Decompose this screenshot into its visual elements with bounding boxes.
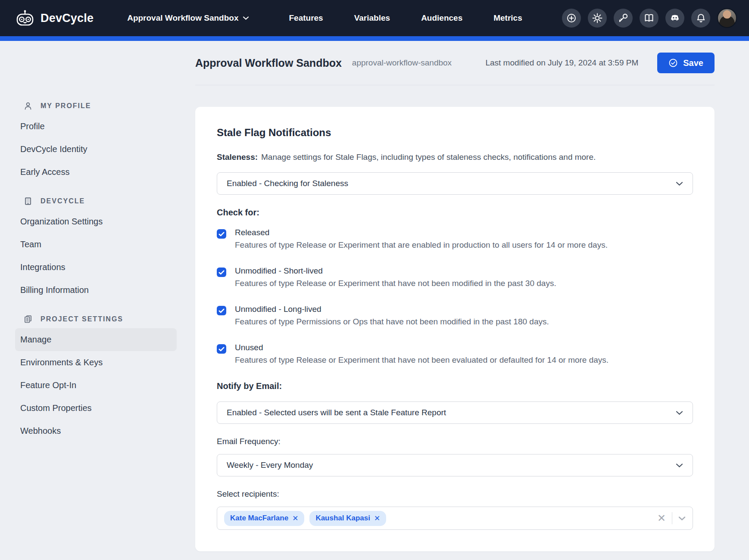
chevron-down-icon — [676, 411, 683, 415]
check-desc: Features of type Release or Experiment t… — [235, 240, 608, 250]
brand-name: DevCycle — [41, 12, 94, 25]
page-title: Approval Workflow Sandbox — [195, 57, 342, 69]
sidebar-section-label: MY PROFILE — [41, 102, 91, 110]
nav-link-variables[interactable]: Variables — [354, 13, 390, 23]
check-label: Unmodified - Short-lived — [235, 266, 556, 276]
sidebar-item-devcycle-identity[interactable]: DevCycle Identity — [15, 138, 177, 161]
sidebar-item-manage[interactable]: Manage — [15, 328, 177, 351]
recipient-tags: Kate MacFarlane ✕ Kaushal Kapasi ✕ — [224, 511, 657, 526]
bell-icon[interactable] — [691, 9, 710, 28]
card-title: Stale Flag Notifications — [217, 127, 693, 139]
save-button-label: Save — [683, 58, 703, 68]
staleness-label: Staleness: — [217, 152, 258, 162]
staleness-select-value: Enabled - Checking for Staleness — [227, 179, 348, 188]
staleness-desc-text: Manage settings for Stale Flags, includi… — [261, 152, 596, 162]
primary-nav: Features Variables Audiences Metrics — [289, 13, 522, 23]
sidebar-section-label: PROJECT SETTINGS — [41, 315, 123, 323]
checkbox-released[interactable] — [217, 229, 226, 239]
save-button[interactable]: Save — [657, 53, 715, 73]
checkbox-unused[interactable] — [217, 344, 226, 354]
check-option-unmodified-short: Unmodified - Short-lived Features of typ… — [217, 266, 693, 288]
project-switcher[interactable]: Approval Workflow Sandbox — [127, 13, 249, 23]
nav-utility-icons — [562, 8, 737, 28]
sidebar-item-environments-keys[interactable]: Environments & Keys — [15, 351, 177, 374]
check-for-heading: Check for: — [217, 208, 693, 218]
sidebar-item-early-access[interactable]: Early Access — [15, 161, 177, 184]
check-desc: Features of type Permissions or Ops that… — [235, 317, 549, 327]
remove-recipient-icon[interactable]: ✕ — [292, 514, 298, 523]
checkbox-unmodified-long[interactable] — [217, 306, 226, 315]
chevron-down-icon — [243, 16, 249, 20]
accent-strip — [0, 36, 749, 41]
check-circle-icon — [668, 58, 678, 68]
check-label: Unused — [235, 343, 609, 352]
sidebar-item-billing-information[interactable]: Billing Information — [15, 279, 177, 302]
sidebar-item-webhooks[interactable]: Webhooks — [15, 420, 177, 442]
email-frequency-label: Email Frequency: — [217, 437, 693, 446]
nav-link-features[interactable]: Features — [289, 13, 323, 23]
gear-icon[interactable] — [588, 9, 607, 28]
check-desc: Features of type Release or Experiment t… — [235, 279, 556, 288]
email-frequency-select[interactable]: Weekly - Every Monday — [217, 454, 693, 476]
sidebar-section-project-settings: PROJECT SETTINGS Manage Environments & K… — [15, 314, 177, 442]
sidebar-section-my-profile: MY PROFILE Profile DevCycle Identity Ear… — [15, 101, 177, 184]
sidebar-section-devcycle: DEVCYCLE Organization Settings Team Inte… — [15, 196, 177, 302]
chevron-down-icon — [676, 463, 683, 468]
checkbox-unmodified-short[interactable] — [217, 268, 226, 277]
recipients-multiselect[interactable]: Kate MacFarlane ✕ Kaushal Kapasi ✕ ✕ — [217, 507, 693, 530]
staleness-description: Staleness:Manage settings for Stale Flag… — [217, 152, 693, 162]
sidebar-item-team[interactable]: Team — [15, 233, 177, 256]
staleness-select[interactable]: Enabled - Checking for Staleness — [217, 172, 693, 195]
nav-link-audiences[interactable]: Audiences — [421, 13, 462, 23]
check-option-released: Released Features of type Release or Exp… — [217, 228, 693, 250]
project-slug: approval-workflow-sandbox — [352, 58, 452, 68]
robot-logo-icon — [16, 9, 34, 27]
frequency-select-value: Weekly - Every Monday — [227, 460, 313, 470]
recipient-tag: Kaushal Kapasi ✕ — [309, 511, 386, 526]
check-label: Unmodified - Long-lived — [235, 305, 549, 314]
key-icon[interactable] — [614, 9, 633, 28]
sidebar-section-label: DEVCYCLE — [41, 197, 85, 205]
sidebar-item-profile[interactable]: Profile — [15, 115, 177, 138]
project-switcher-label: Approval Workflow Sandbox — [127, 13, 238, 23]
top-navbar: DevCycle Approval Workflow Sandbox Featu… — [0, 0, 749, 36]
last-modified-text: Last modified on July 19, 2024 at 3:59 P… — [485, 58, 638, 68]
person-icon — [23, 101, 33, 111]
remove-recipient-icon[interactable]: ✕ — [374, 514, 380, 523]
stale-flag-notifications-card: Stale Flag Notifications Staleness:Manag… — [195, 107, 715, 551]
sidebar-item-integrations[interactable]: Integrations — [15, 256, 177, 279]
docs-book-icon[interactable] — [640, 9, 658, 28]
settings-sidebar: MY PROFILE Profile DevCycle Identity Ear… — [0, 41, 195, 560]
chevron-down-icon — [676, 181, 683, 186]
devcycle-logo[interactable]: DevCycle — [16, 9, 94, 27]
check-option-unused: Unused Features of type Release or Exper… — [217, 343, 693, 365]
discord-icon[interactable] — [665, 9, 684, 28]
sidebar-item-custom-properties[interactable]: Custom Properties — [15, 397, 177, 420]
recipient-name: Kaushal Kapasi — [315, 514, 370, 523]
sidebar-item-organization-settings[interactable]: Organization Settings — [15, 210, 177, 233]
page-header: Approval Workflow Sandbox approval-workf… — [195, 41, 715, 85]
sidebar-item-feature-opt-in[interactable]: Feature Opt-In — [15, 374, 177, 397]
building-icon — [23, 196, 33, 206]
chevron-down-icon[interactable] — [678, 516, 686, 521]
plus-circle-icon[interactable] — [562, 9, 581, 28]
check-desc: Features of type Release or Experiment t… — [235, 355, 609, 365]
clipboard-icon — [23, 314, 33, 324]
recipient-tag: Kate MacFarlane ✕ — [224, 511, 304, 526]
check-label: Released — [235, 228, 608, 237]
notify-by-email-select[interactable]: Enabled - Selected users will be sent a … — [217, 401, 693, 424]
separator — [672, 512, 672, 524]
check-option-unmodified-long: Unmodified - Long-lived Features of type… — [217, 305, 693, 327]
select-recipients-label: Select recipients: — [217, 489, 693, 499]
recipient-name: Kate MacFarlane — [230, 514, 288, 523]
notify-select-value: Enabled - Selected users will be sent a … — [227, 408, 446, 417]
user-avatar[interactable] — [717, 8, 737, 28]
clear-all-icon[interactable]: ✕ — [657, 513, 666, 523]
notify-by-email-heading: Notify by Email: — [217, 381, 693, 391]
nav-link-metrics[interactable]: Metrics — [493, 13, 522, 23]
